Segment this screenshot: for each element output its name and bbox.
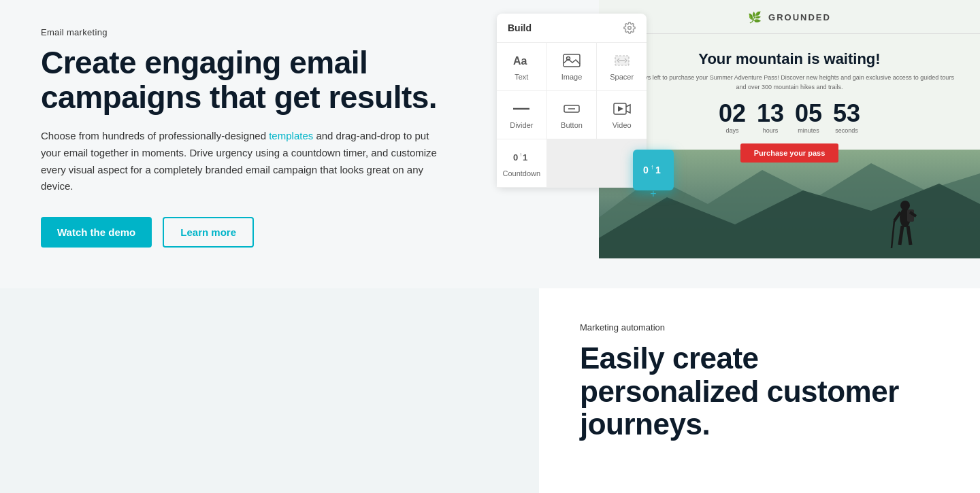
description: Choose from hundreds of professionally-d… (41, 128, 449, 195)
timer-minutes-label: minutes (798, 127, 819, 134)
email-subtext: Two days left to purchase your Summer Ad… (619, 73, 960, 92)
timer-minutes-block: 05 minutes (795, 101, 822, 134)
countdown-timer: 02 days 13 hours 05 minutes (619, 101, 960, 134)
builder-header: Build (497, 14, 647, 43)
video-icon (612, 101, 632, 117)
builder-label-divider: Divider (510, 121, 533, 129)
builder-item-video[interactable]: Video (597, 91, 647, 139)
svg-text:1: 1 (523, 152, 527, 163)
builder-label-button: Button (561, 121, 583, 129)
leaf-icon: 🌿 (748, 11, 763, 24)
countdown-drag-element: 0 ↑ 1 (633, 150, 674, 190)
builder-label-text: Text (514, 73, 528, 81)
svg-text:↑: ↑ (651, 163, 654, 171)
svg-text:Aa: Aa (513, 55, 527, 67)
right-content-panel: Build Aa Text (490, 0, 980, 288)
svg-text:↑: ↑ (519, 152, 522, 158)
timer-hours-block: 13 hours (757, 101, 784, 134)
builder-item-text[interactable]: Aa Text (497, 43, 546, 90)
builder-label-spacer: Spacer (610, 73, 634, 81)
timer-days: 02 (719, 101, 746, 126)
countdown-icon: 0 ↑ 1 (512, 149, 531, 165)
button-icon (562, 101, 581, 117)
svg-text:1: 1 (655, 165, 661, 175)
templates-link[interactable]: templates (269, 130, 313, 141)
main-heading: Create engaging email campaigns that get… (41, 46, 449, 114)
bottom-right-content: Marketing automation Easily create perso… (539, 288, 980, 493)
email-tagline: Your mountain is waiting! (619, 50, 960, 68)
builder-label-countdown: Countdown (503, 169, 541, 177)
gear-icon[interactable] (623, 22, 636, 34)
desc-text-before: Choose from hundreds of professionally-d… (41, 130, 269, 141)
timer-days-label: days (725, 127, 738, 134)
builder-item-spacer[interactable]: Spacer (597, 43, 647, 90)
left-content-panel: Email marketing Create engaging email ca… (0, 0, 490, 288)
builder-title: Build (508, 22, 532, 33)
image-icon (562, 52, 581, 69)
spacer-icon (612, 52, 632, 69)
svg-point-21 (900, 201, 910, 210)
marketing-automation-section: Marketing automation Easily create perso… (0, 288, 980, 493)
builder-grid: Aa Text Image (497, 43, 647, 188)
builder-item-countdown[interactable]: 0 ↑ 1 Countdown (497, 139, 546, 187)
timer-seconds-label: seconds (835, 127, 858, 134)
builder-panel: Build Aa Text (497, 14, 647, 188)
svg-point-0 (628, 27, 632, 30)
watch-demo-button[interactable]: Watch the demo (41, 217, 152, 248)
timer-days-block: 02 days (719, 101, 746, 134)
builder-item-button[interactable]: Button (547, 91, 597, 139)
svg-marker-10 (618, 106, 623, 112)
email-header: 🌿 GROUNDED (599, 0, 980, 34)
automation-section-label: Marketing automation (580, 322, 939, 333)
text-icon: Aa (512, 52, 531, 69)
builder-item-image[interactable]: Image (547, 43, 597, 90)
automation-visual (0, 288, 539, 493)
email-body: Your mountain is waiting! Two days left … (599, 34, 980, 258)
timer-seconds: 53 (833, 101, 860, 126)
builder-label-image: Image (561, 73, 583, 81)
svg-text:0: 0 (513, 152, 518, 163)
divider-icon (512, 101, 531, 117)
timer-seconds-block: 53 seconds (833, 101, 860, 134)
timer-minutes: 05 (795, 101, 822, 126)
cta-buttons: Watch the demo Learn more (41, 217, 449, 248)
timer-hours-label: hours (763, 127, 779, 134)
section-label: Email marketing (41, 27, 449, 37)
purchase-button[interactable]: Purchase your pass (740, 143, 839, 163)
email-preview: 🌿 GROUNDED Your mountain is waiting! Two… (599, 0, 980, 258)
brand-name: GROUNDED (768, 12, 831, 22)
email-marketing-section: Email marketing Create engaging email ca… (0, 0, 980, 288)
builder-label-video: Video (612, 121, 632, 129)
builder-item-divider[interactable]: Divider (497, 91, 546, 139)
grounded-logo: 🌿 GROUNDED (619, 11, 960, 24)
automation-heading: Easily create personalized customer jour… (580, 342, 939, 441)
timer-hours: 13 (757, 101, 784, 126)
email-preview-inner: 🌿 GROUNDED Your mountain is waiting! Two… (599, 0, 980, 258)
learn-more-button[interactable]: Learn more (163, 217, 254, 248)
svg-text:0: 0 (643, 165, 649, 175)
